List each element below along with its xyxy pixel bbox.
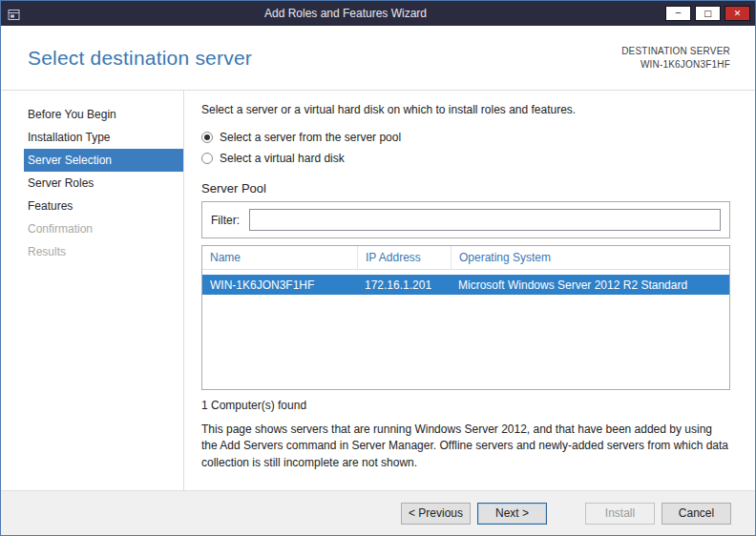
server-name-cell: WIN-1K6JON3F1HF — [202, 278, 357, 292]
previous-button[interactable]: < Previous — [401, 503, 471, 525]
sidebar-item-server-roles[interactable]: Server Roles — [24, 172, 183, 195]
column-header-operating-system[interactable]: Operating System — [451, 246, 729, 269]
sidebar-item-server-selection[interactable]: Server Selection — [24, 149, 183, 172]
radio-checked-icon — [201, 132, 213, 143]
page-title: Select destination server — [28, 47, 252, 70]
filter-box: Filter: — [201, 201, 730, 238]
server-pool-title: Server Pool — [201, 181, 730, 196]
window-controls: ─ □ ✕ — [665, 6, 750, 21]
destination-server-label: DESTINATION SERVER — [621, 45, 730, 58]
radio-label: Select a virtual hard disk — [220, 152, 345, 165]
destination-server-value: WIN-1K6JON3F1HF — [621, 58, 730, 72]
wizard-main-panel: Select a server or a virtual hard disk o… — [184, 91, 755, 490]
description-text: This page shows servers that are running… — [201, 422, 730, 471]
titlebar: Add Roles and Features Wizard ─ □ ✕ — [1, 1, 755, 26]
close-icon[interactable]: ✕ — [724, 6, 750, 21]
radio-unchecked-icon — [201, 153, 213, 164]
table-header-row: Name IP Address Operating System — [202, 246, 729, 270]
minimize-icon[interactable]: ─ — [665, 6, 691, 21]
next-button[interactable]: Next > — [477, 503, 547, 525]
radio-select-server-from-pool[interactable]: Select a server from the server pool — [201, 131, 730, 144]
install-button: Install — [585, 503, 655, 525]
server-ip-cell: 172.16.1.201 — [357, 278, 451, 292]
intro-text: Select a server or a virtual hard disk o… — [201, 103, 730, 116]
wizard-app-icon — [8, 8, 20, 20]
wizard-header: Select destination server DESTINATION SE… — [1, 26, 755, 90]
radio-select-virtual-hard-disk[interactable]: Select a virtual hard disk — [201, 152, 730, 165]
maximize-icon[interactable]: □ — [695, 6, 721, 21]
radio-label: Select a server from the server pool — [220, 131, 401, 144]
filter-input[interactable] — [249, 209, 721, 231]
server-os-cell: Microsoft Windows Server 2012 R2 Standar… — [451, 278, 729, 292]
column-header-name[interactable]: Name — [202, 246, 357, 269]
server-row-selected[interactable]: WIN-1K6JON3F1HF 172.16.1.201 Microsoft W… — [202, 275, 729, 295]
cancel-button[interactable]: Cancel — [662, 503, 731, 525]
wizard-window: Add Roles and Features Wizard ─ □ ✕ Sele… — [0, 0, 756, 536]
sidebar-item-results: Results — [24, 240, 183, 263]
computers-found-count: 1 Computer(s) found — [201, 399, 730, 412]
wizard-steps-sidebar: Before You Begin Installation Type Serve… — [1, 91, 184, 490]
destination-server-block: DESTINATION SERVER WIN-1K6JON3F1HF — [621, 45, 730, 72]
window-title: Add Roles and Features Wizard — [26, 7, 665, 20]
column-header-ip-address[interactable]: IP Address — [357, 246, 451, 269]
sidebar-item-confirmation: Confirmation — [24, 217, 183, 240]
filter-label: Filter: — [211, 214, 240, 227]
server-pool-table: Name IP Address Operating System WIN-1K6… — [201, 245, 730, 390]
wizard-body: Before You Begin Installation Type Serve… — [1, 90, 755, 490]
sidebar-item-installation-type[interactable]: Installation Type — [24, 126, 183, 149]
sidebar-item-features[interactable]: Features — [24, 195, 183, 217]
sidebar-item-before-you-begin[interactable]: Before You Begin — [24, 103, 183, 126]
wizard-footer: < Previous Next > Install Cancel — [1, 490, 755, 535]
